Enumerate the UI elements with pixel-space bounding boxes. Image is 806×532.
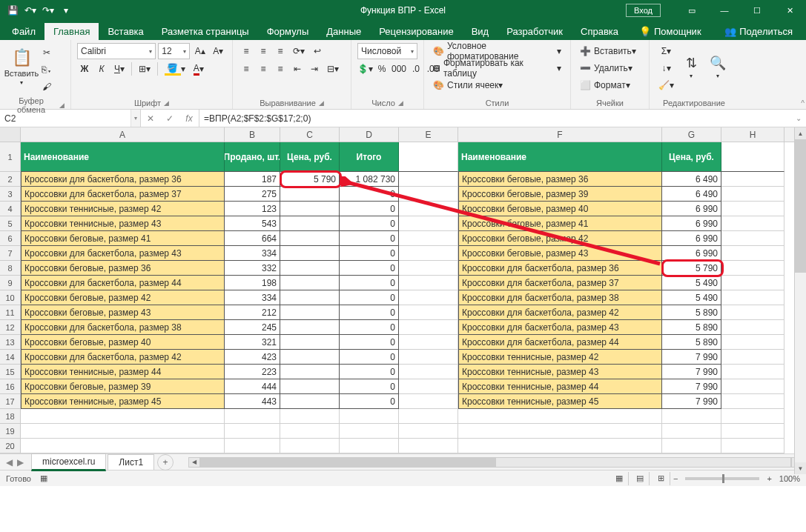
cell[interactable]: [721, 261, 784, 276]
cell[interactable]: 332: [225, 261, 280, 276]
cut-icon[interactable]: ✂: [39, 44, 55, 61]
cell[interactable]: 423: [225, 350, 280, 365]
cell[interactable]: [399, 216, 458, 231]
cell[interactable]: Кроссовки для баскетбола, размер 37: [458, 276, 662, 290]
increase-font-icon[interactable]: A▴: [192, 43, 208, 59]
cell[interactable]: 334: [225, 246, 280, 261]
fx-icon[interactable]: fx: [179, 110, 199, 127]
cancel-formula-icon[interactable]: ✕: [141, 110, 160, 127]
cell[interactable]: 7 990: [662, 379, 721, 394]
cell[interactable]: Кроссовки беговые, размер 41: [21, 231, 225, 246]
align-right-icon[interactable]: ≡: [273, 61, 288, 77]
cell[interactable]: [280, 246, 340, 261]
cell[interactable]: Наименование: [21, 142, 225, 172]
row-header[interactable]: 10: [0, 290, 21, 305]
zoom-in-icon[interactable]: +: [767, 474, 771, 483]
scroll-thumb[interactable]: [795, 139, 806, 273]
cell[interactable]: Кроссовки беговые, размер 43: [21, 305, 225, 320]
signin-button[interactable]: Вход: [626, 4, 661, 17]
tab-developer[interactable]: Разработчик: [498, 23, 572, 40]
sheet-tab-2[interactable]: Лист1: [108, 454, 154, 470]
cell[interactable]: 0: [340, 335, 399, 350]
cell[interactable]: [399, 231, 458, 246]
cell[interactable]: [280, 187, 340, 202]
col-header[interactable]: B: [225, 127, 280, 142]
align-bottom-icon[interactable]: ≡: [273, 43, 288, 59]
increase-indent-icon[interactable]: ⇥: [307, 61, 322, 77]
cell[interactable]: 5 490: [662, 276, 721, 290]
cell[interactable]: 0: [340, 202, 399, 216]
cell[interactable]: Кроссовки для баскетбола, размер 42: [458, 305, 662, 320]
cell[interactable]: [399, 379, 458, 394]
borders-icon[interactable]: ⊞▾: [136, 61, 153, 77]
cell[interactable]: 7 990: [662, 394, 721, 409]
cell[interactable]: [662, 409, 721, 424]
conditional-format-button[interactable]: 🎨 Условное форматирование ▾: [430, 43, 564, 59]
cell[interactable]: [721, 350, 784, 365]
cell[interactable]: [280, 276, 340, 290]
cell[interactable]: 6 990: [662, 246, 721, 261]
col-header[interactable]: H: [721, 127, 784, 142]
font-launcher-icon[interactable]: ◢: [164, 99, 169, 107]
cell[interactable]: 0: [340, 290, 399, 305]
undo-icon[interactable]: ↶▾: [22, 2, 39, 19]
cell[interactable]: [399, 320, 458, 335]
cell[interactable]: [399, 142, 458, 172]
row-header[interactable]: 20: [0, 439, 21, 453]
cell[interactable]: 245: [225, 320, 280, 335]
zoom-level[interactable]: 100%: [779, 474, 800, 483]
cell[interactable]: [399, 246, 458, 261]
col-header[interactable]: A: [21, 127, 225, 142]
cell[interactable]: 7 990: [662, 365, 721, 379]
cell[interactable]: [721, 424, 784, 439]
cell[interactable]: [280, 335, 340, 350]
row-header[interactable]: 8: [0, 261, 21, 276]
orientation-icon[interactable]: ⟳▾: [290, 43, 308, 59]
cell[interactable]: Кроссовки теннисные, размер 45: [458, 394, 662, 409]
cell[interactable]: [280, 320, 340, 335]
ribbon-options-icon[interactable]: ▭: [675, 0, 708, 21]
cell[interactable]: [399, 290, 458, 305]
cell[interactable]: [340, 409, 399, 424]
cell[interactable]: 543: [225, 216, 280, 231]
cell[interactable]: [399, 276, 458, 290]
cell[interactable]: [721, 187, 784, 202]
cell[interactable]: [399, 394, 458, 409]
normal-view-icon[interactable]: ▦: [611, 472, 629, 485]
cell[interactable]: 0: [340, 320, 399, 335]
cell[interactable]: 6 490: [662, 172, 721, 187]
align-launcher-icon[interactable]: ◢: [319, 99, 324, 107]
row-header[interactable]: 3: [0, 187, 21, 202]
sheet-nav-prev-icon[interactable]: ◀: [6, 457, 13, 468]
row-header[interactable]: 17: [0, 394, 21, 409]
cell[interactable]: 0: [340, 276, 399, 290]
cell[interactable]: [21, 424, 225, 439]
cell[interactable]: Кроссовки для баскетбола, размер 43: [21, 246, 225, 261]
number-launcher-icon[interactable]: ◢: [398, 99, 403, 107]
align-top-icon[interactable]: ≡: [239, 43, 254, 59]
number-format-select[interactable]: Числовой▾: [357, 43, 417, 59]
cell[interactable]: 6 490: [662, 187, 721, 202]
clipboard-launcher-icon[interactable]: ◢: [59, 102, 65, 109]
cell[interactable]: 0: [340, 365, 399, 379]
cell[interactable]: [399, 365, 458, 379]
cell[interactable]: [721, 394, 784, 409]
copy-icon[interactable]: ⎘▾: [39, 61, 55, 78]
cell[interactable]: Кроссовки теннисные, размер 43: [458, 365, 662, 379]
cell[interactable]: [280, 261, 340, 276]
format-cells-button[interactable]: ⬜ Формат ▾: [577, 77, 643, 93]
row-header[interactable]: 19: [0, 424, 21, 439]
wrap-text-icon[interactable]: ↩: [310, 43, 325, 59]
cell[interactable]: [225, 424, 280, 439]
cell[interactable]: Кроссовки беговые, размер 39: [458, 187, 662, 202]
cell[interactable]: [280, 365, 340, 379]
row-header[interactable]: 4: [0, 202, 21, 216]
cell[interactable]: Кроссовки беговые, размер 40: [21, 335, 225, 350]
cell[interactable]: 5 490: [662, 290, 721, 305]
cell[interactable]: Итого: [340, 142, 399, 172]
sheet-tab-1[interactable]: microexcel.ru: [31, 453, 106, 471]
insert-cells-button[interactable]: ➕ Вставить ▾: [577, 43, 643, 59]
cell[interactable]: Кроссовки для баскетбола, размер 42: [21, 350, 225, 365]
cell[interactable]: [21, 409, 225, 424]
font-size-select[interactable]: 12▾: [158, 43, 190, 59]
